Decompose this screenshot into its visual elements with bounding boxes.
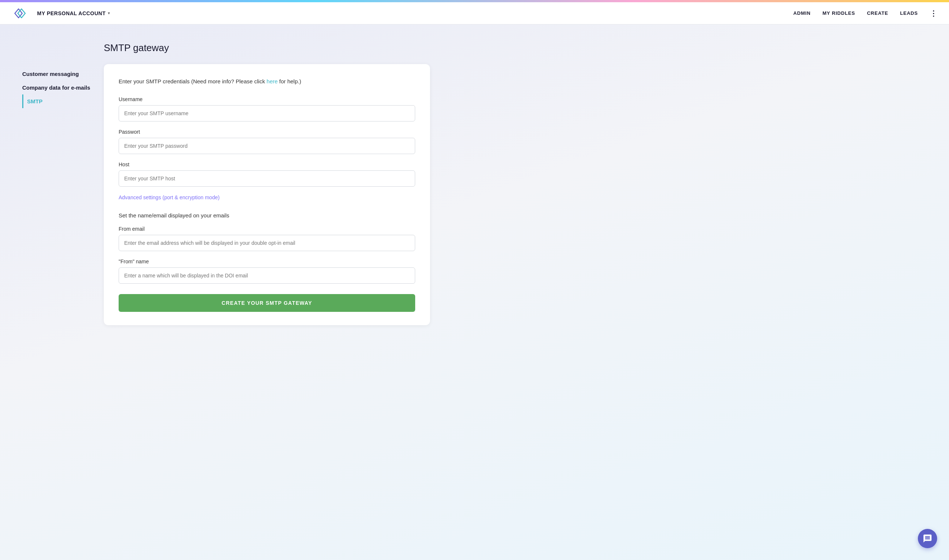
chat-bubble-button[interactable] bbox=[918, 529, 937, 548]
password-group: Passwort bbox=[119, 129, 415, 154]
chevron-down-icon: ▾ bbox=[108, 11, 110, 15]
page-title: SMTP gateway bbox=[104, 42, 927, 54]
from-name-label: "From" name bbox=[119, 258, 415, 265]
account-label: MY PERSONAL ACCOUNT bbox=[37, 10, 106, 16]
username-group: Username bbox=[119, 96, 415, 122]
nav-leads[interactable]: LEADS bbox=[900, 10, 918, 16]
nav-admin[interactable]: ADMIN bbox=[793, 10, 811, 16]
advanced-settings-link[interactable]: Advanced settings (port & encryption mod… bbox=[119, 194, 219, 200]
help-link[interactable]: here bbox=[267, 78, 278, 85]
content-area: Customer messaging Company data for e-ma… bbox=[22, 64, 430, 325]
from-name-group: "From" name bbox=[119, 258, 415, 284]
from-email-input[interactable] bbox=[119, 235, 415, 251]
from-name-input[interactable] bbox=[119, 268, 415, 284]
host-group: Host bbox=[119, 162, 415, 187]
password-input[interactable] bbox=[119, 138, 415, 154]
header-nav: ADMIN MY RIDDLES CREATE LEADS ⋮ bbox=[793, 9, 937, 18]
sidebar-item-customer-messaging[interactable]: Customer messaging bbox=[22, 67, 96, 81]
section-label: Set the name/email displayed on your ema… bbox=[119, 212, 415, 218]
sidebar: Customer messaging Company data for e-ma… bbox=[22, 64, 96, 325]
sidebar-item-company-data[interactable]: Company data for e-mails bbox=[22, 81, 96, 94]
nav-more-icon[interactable]: ⋮ bbox=[930, 9, 937, 18]
account-selector[interactable]: MY PERSONAL ACCOUNT ▾ bbox=[37, 10, 110, 16]
logo-icon[interactable] bbox=[12, 7, 28, 20]
chat-icon bbox=[923, 534, 932, 543]
username-input[interactable] bbox=[119, 105, 415, 122]
header: MY PERSONAL ACCOUNT ▾ ADMIN MY RIDDLES C… bbox=[0, 2, 949, 25]
main-card: Enter your SMTP credentials (Need more i… bbox=[104, 64, 430, 325]
nav-create[interactable]: CREATE bbox=[867, 10, 888, 16]
header-left: MY PERSONAL ACCOUNT ▾ bbox=[12, 7, 110, 20]
from-email-label: From email bbox=[119, 226, 415, 232]
nav-my-riddles[interactable]: MY RIDDLES bbox=[822, 10, 855, 16]
from-email-group: From email bbox=[119, 226, 415, 251]
page-background: SMTP gateway Customer messaging Company … bbox=[0, 25, 949, 560]
create-smtp-button[interactable]: CREATE YOUR SMTP GATEWAY bbox=[119, 294, 415, 312]
host-input[interactable] bbox=[119, 170, 415, 187]
host-label: Host bbox=[119, 162, 415, 168]
password-label: Passwort bbox=[119, 129, 415, 135]
username-label: Username bbox=[119, 96, 415, 102]
intro-text: Enter your SMTP credentials (Need more i… bbox=[119, 77, 415, 86]
smtp-form: Username Passwort Host Advanced settings… bbox=[119, 96, 415, 312]
sidebar-item-smtp[interactable]: SMTP bbox=[22, 94, 96, 108]
